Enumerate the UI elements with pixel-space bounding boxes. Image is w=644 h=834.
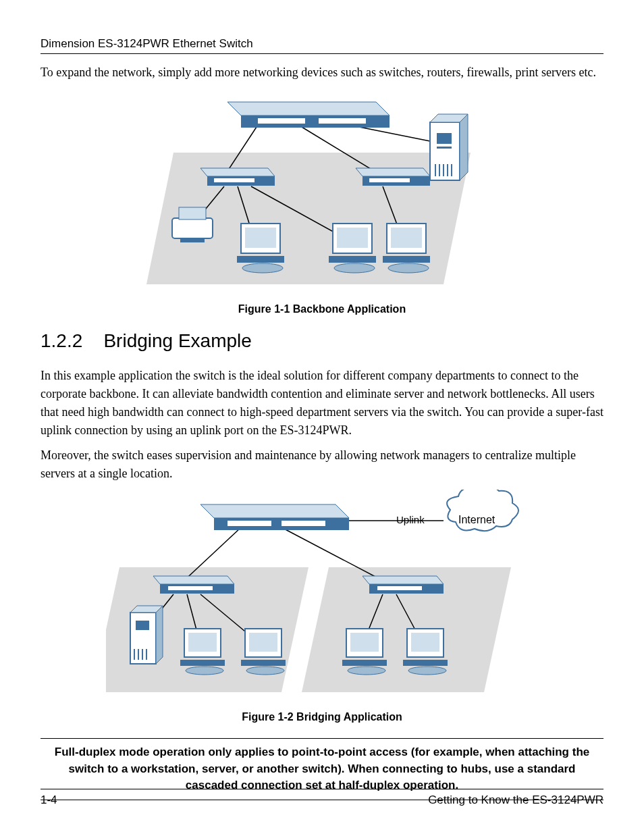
svg-rect-19 bbox=[179, 207, 206, 219]
svg-rect-73 bbox=[180, 660, 225, 666]
figure-1-1 bbox=[41, 88, 603, 294]
svg-rect-11 bbox=[319, 118, 366, 124]
svg-rect-62 bbox=[377, 586, 422, 590]
svg-rect-59 bbox=[168, 586, 213, 590]
figure-1-2: Uplink Internet bbox=[41, 490, 603, 702]
internet-cloud-icon: Internet bbox=[447, 490, 518, 531]
svg-rect-14 bbox=[214, 178, 254, 182]
section-heading: 1.2.2 Bridging Example bbox=[41, 330, 603, 352]
svg-rect-20 bbox=[180, 238, 205, 242]
section-number: 1.2.2 bbox=[41, 330, 82, 351]
figure-1-2-caption: Figure 1-2 Bridging Application bbox=[41, 711, 603, 723]
small-switch-right-icon bbox=[356, 168, 430, 186]
svg-rect-77 bbox=[241, 660, 286, 666]
svg-rect-40 bbox=[391, 228, 422, 248]
svg-rect-17 bbox=[369, 178, 410, 182]
small-switch-left-icon bbox=[153, 576, 234, 594]
svg-marker-65 bbox=[156, 606, 163, 664]
svg-rect-76 bbox=[249, 633, 277, 652]
section-paragraph-2: Moreover, the switch eases supervision a… bbox=[41, 446, 603, 483]
svg-point-42 bbox=[388, 263, 429, 273]
svg-rect-10 bbox=[258, 118, 305, 124]
svg-rect-36 bbox=[337, 228, 368, 248]
svg-point-78 bbox=[246, 667, 284, 675]
svg-marker-15 bbox=[356, 168, 430, 176]
figure-1-1-caption: Figure 1-1 Backbone Application bbox=[41, 303, 603, 315]
svg-rect-66 bbox=[136, 621, 149, 630]
footer-chapter-title: Getting to Know the ES-3124PWR bbox=[428, 793, 603, 807]
svg-point-38 bbox=[334, 263, 375, 273]
svg-rect-56 bbox=[281, 521, 325, 526]
running-header: Dimension ES-3124PWR Ethernet Switch bbox=[41, 37, 603, 51]
uplink-label: Uplink bbox=[396, 514, 425, 525]
small-switch-left-icon bbox=[200, 168, 275, 186]
svg-rect-24 bbox=[437, 133, 452, 144]
svg-marker-8 bbox=[227, 102, 390, 115]
server-tower-icon bbox=[130, 606, 163, 664]
svg-rect-41 bbox=[383, 256, 430, 263]
svg-rect-18 bbox=[172, 218, 213, 238]
main-switch-icon bbox=[227, 102, 390, 128]
svg-rect-85 bbox=[403, 660, 448, 666]
svg-rect-81 bbox=[342, 660, 387, 666]
footer-rule bbox=[41, 789, 603, 789]
svg-point-86 bbox=[408, 667, 446, 675]
svg-rect-80 bbox=[350, 633, 379, 652]
section-paragraph-1: In this example application the switch i… bbox=[41, 367, 603, 440]
small-switch-right-icon bbox=[363, 576, 444, 594]
svg-rect-37 bbox=[329, 256, 376, 263]
section-title: Bridging Example bbox=[103, 330, 251, 351]
footer-page-number: 1-4 bbox=[41, 793, 57, 807]
svg-rect-21 bbox=[430, 122, 460, 180]
svg-marker-53 bbox=[200, 504, 349, 518]
svg-point-82 bbox=[348, 667, 385, 675]
intro-paragraph: To expand the network, simply add more n… bbox=[41, 63, 603, 82]
svg-rect-72 bbox=[188, 633, 217, 652]
svg-rect-32 bbox=[245, 228, 276, 248]
server-tower-icon bbox=[430, 114, 468, 180]
main-switch-icon bbox=[200, 504, 349, 530]
svg-marker-60 bbox=[363, 576, 444, 584]
svg-point-74 bbox=[186, 667, 223, 675]
internet-label: Internet bbox=[458, 514, 495, 525]
svg-rect-33 bbox=[237, 256, 284, 263]
svg-marker-12 bbox=[200, 168, 275, 176]
svg-rect-55 bbox=[227, 521, 271, 526]
header-rule bbox=[41, 53, 603, 54]
svg-marker-57 bbox=[153, 576, 234, 584]
svg-rect-84 bbox=[411, 633, 439, 652]
svg-point-34 bbox=[242, 263, 283, 273]
svg-marker-23 bbox=[460, 114, 468, 180]
page-footer: 1-4 Getting to Know the ES-3124PWR bbox=[41, 789, 603, 807]
svg-rect-25 bbox=[437, 147, 452, 149]
